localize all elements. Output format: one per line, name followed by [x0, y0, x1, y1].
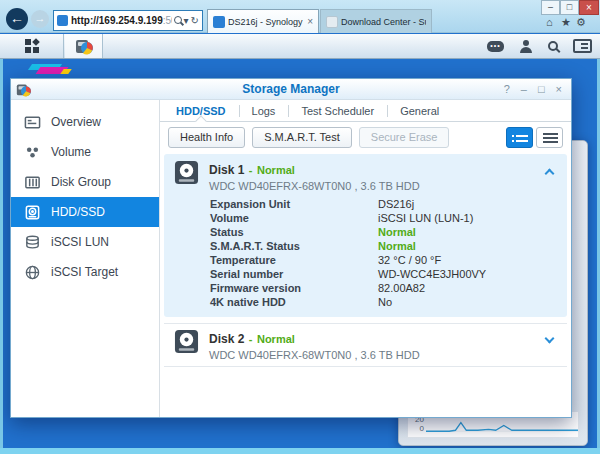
detail-row: 4K native HDDNo: [210, 295, 557, 309]
detail-view-toggle[interactable]: [506, 127, 533, 148]
sidebar-item-disk-group[interactable]: Disk Group: [11, 167, 159, 197]
search-icon[interactable]: [174, 16, 182, 26]
disk-2-panel[interactable]: Disk 2 - Normal WDC WD40EFRX-68WT0N0 , 3…: [164, 323, 567, 367]
widgets-panel-icon[interactable]: [573, 39, 592, 53]
disk-name: Disk 1: [209, 163, 244, 177]
dropdown-icon[interactable]: ▾: [184, 16, 189, 26]
list-view-toggle[interactable]: [536, 127, 563, 148]
detail-row: Firmware version82.00A82: [210, 281, 557, 295]
window-frame-left: [0, 34, 3, 454]
sidebar-item-label: Volume: [51, 145, 91, 159]
widget-chart-line: [426, 423, 578, 432]
sidebar-item-label: Overview: [51, 115, 101, 129]
minimize-icon[interactable]: –: [521, 84, 527, 95]
tab-test-scheduler[interactable]: Test Scheduler: [288, 100, 387, 121]
back-button[interactable]: ←: [6, 8, 28, 30]
volume-icon: [24, 144, 41, 161]
tab-logs[interactable]: Logs: [239, 100, 289, 121]
notifications-chat-icon[interactable]: •••: [487, 41, 504, 52]
taskbar-storage-manager-button[interactable]: [65, 34, 103, 58]
detail-row: S.M.A.R.T. StatusNormal: [210, 239, 557, 253]
storage-manager-titlebar[interactable]: Storage Manager ? – □ ×: [11, 79, 571, 100]
disk-status-separator: -: [249, 333, 253, 345]
detail-value: Normal: [378, 226, 416, 238]
settings-gear-icon[interactable]: ⚙: [576, 16, 586, 29]
secure-erase-button[interactable]: Secure Erase: [359, 127, 450, 148]
main-menu-button[interactable]: [0, 34, 64, 58]
disk-icon: [174, 160, 199, 185]
url-text[interactable]: http://169.254.9.199:5000/?dcx=1: [71, 15, 172, 26]
detail-label: S.M.A.R.T. Status: [210, 240, 378, 252]
browser-tab-dsm[interactable]: DS216j - Synology DiskStati... ×: [207, 9, 319, 33]
dsm-taskbar: •••: [0, 34, 600, 59]
window-close-button[interactable]: ×: [579, 0, 599, 15]
sidebar-item-hdd-ssd[interactable]: HDD/SSD: [11, 197, 159, 227]
tab-close-icon[interactable]: ×: [307, 16, 313, 27]
chart-ymin-label: 0: [420, 424, 424, 433]
storage-manager-icon: [16, 82, 31, 97]
disk-icon: [174, 329, 199, 354]
main-menu-grid-icon: [25, 39, 39, 53]
detail-row: Expansion UnitDS216j: [210, 197, 557, 211]
refresh-icon[interactable]: ↻: [191, 16, 199, 26]
sidebar-item-iscsi-lun[interactable]: iSCSI LUN: [11, 227, 159, 257]
desktop-shortcut-icon[interactable]: [28, 59, 72, 76]
detail-value: 32 °C / 90 °F: [378, 254, 441, 266]
window-minimize-button[interactable]: –: [541, 0, 560, 15]
storage-manager-icon: [75, 37, 93, 55]
sidebar: Overview Volume Disk Group: [11, 100, 160, 417]
sidebar-item-label: iSCSI Target: [51, 265, 118, 279]
detail-row: Serial numberWD-WCC4E3JH00VY: [210, 267, 557, 281]
taskbar-search-icon[interactable]: [548, 41, 558, 51]
window-frame-bottom: [0, 448, 600, 454]
disk-list: Disk 1 - Normal WDC WD40EFRX-68WT0N0 , 3…: [160, 152, 571, 417]
sidebar-item-overview[interactable]: Overview: [11, 107, 159, 137]
tab-hdd-ssd[interactable]: HDD/SSD: [163, 100, 239, 121]
overview-icon: [24, 114, 41, 131]
forward-button[interactable]: →: [31, 10, 49, 28]
detail-value: DS216j: [378, 198, 414, 210]
maximize-icon[interactable]: □: [538, 84, 545, 95]
help-icon[interactable]: ?: [504, 84, 510, 95]
toolbar: Health Info S.M.A.R.T. Test Secure Erase: [160, 122, 571, 152]
close-icon[interactable]: ×: [556, 84, 562, 95]
detail-row: VolumeiSCSI LUN (LUN-1): [210, 211, 557, 225]
address-bar[interactable]: http://169.254.9.199:5000/?dcx=1 ▾ ↻: [53, 10, 203, 31]
browser-window: ← → http://169.254.9.199:5000/?dcx=1 ▾ ↻…: [0, 0, 600, 454]
disk-status-badge: Normal: [257, 164, 295, 176]
detail-value: iSCSI LUN (LUN-1): [378, 212, 473, 224]
detail-value: No: [378, 296, 392, 308]
sidebar-item-volume[interactable]: Volume: [11, 137, 159, 167]
sidebar-item-label: iSCSI LUN: [51, 235, 109, 249]
user-options-icon[interactable]: [519, 40, 533, 53]
browser-tab-download-center[interactable]: Download Center - Support | S...: [320, 9, 432, 33]
iscsi-target-icon: [24, 264, 41, 281]
storage-manager-window: Storage Manager ? – □ × Overview: [10, 78, 572, 418]
sidebar-item-label: Disk Group: [51, 175, 111, 189]
disk-status-badge: Normal: [257, 333, 295, 345]
detail-row: Temperature32 °C / 90 °F: [210, 253, 557, 267]
detail-label: 4K native HDD: [210, 296, 378, 308]
tab-favicon: [326, 16, 338, 28]
detail-row: StatusNormal: [210, 225, 557, 239]
content-pane: HDD/SSD Logs Test Scheduler General Heal…: [160, 100, 571, 417]
detail-value: WD-WCC4E3JH00VY: [378, 268, 486, 280]
smart-test-button[interactable]: S.M.A.R.T. Test: [252, 127, 352, 148]
detail-value: Normal: [378, 240, 416, 252]
sidebar-item-iscsi-target[interactable]: iSCSI Target: [11, 257, 159, 287]
window-maximize-button[interactable]: □: [560, 0, 579, 15]
tab-title: Download Center - Support | S...: [341, 17, 426, 27]
tab-general[interactable]: General: [387, 100, 452, 121]
tab-favicon: [213, 16, 225, 28]
disk-name: Disk 2: [209, 332, 244, 346]
health-info-button[interactable]: Health Info: [168, 127, 245, 148]
hdd-ssd-icon: [24, 204, 41, 221]
home-icon[interactable]: ⌂: [546, 16, 553, 28]
disk-1-panel[interactable]: Disk 1 - Normal WDC WD40EFRX-68WT0N0 , 3…: [164, 154, 567, 317]
browser-titlebar: ← → http://169.254.9.199:5000/?dcx=1 ▾ ↻…: [0, 0, 600, 33]
disk-details: Expansion UnitDS216j VolumeiSCSI LUN (LU…: [210, 197, 557, 309]
sidebar-item-label: HDD/SSD: [51, 205, 105, 219]
disk-status-separator: -: [249, 164, 253, 176]
window-title: Storage Manager: [11, 79, 571, 100]
favorites-icon[interactable]: ★: [561, 16, 571, 29]
